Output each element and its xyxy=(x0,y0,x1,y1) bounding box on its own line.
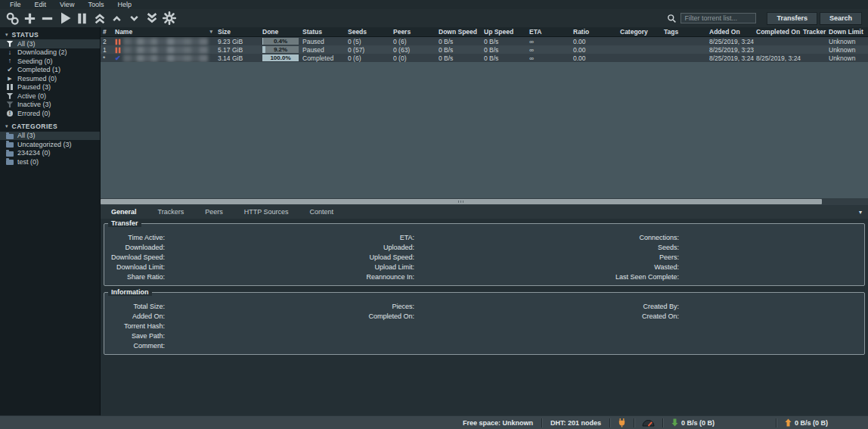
sidebar-status-seeding[interactable]: ↑ Seeding (0) xyxy=(0,57,100,66)
label-downloaded: Downloaded: xyxy=(104,244,165,251)
col-completed-on[interactable]: Completed On xyxy=(754,27,801,36)
col-ratio[interactable]: Ratio xyxy=(571,27,618,36)
alt-speed-limits-button[interactable] xyxy=(634,418,662,427)
categories-section-header[interactable]: ▾ CATEGORIES xyxy=(0,122,100,132)
col-up-speed[interactable]: Up Speed xyxy=(482,27,527,36)
col-seeds[interactable]: Seeds xyxy=(346,27,391,36)
cell-eta: ∞ xyxy=(527,37,571,45)
label-comment: Comment: xyxy=(104,342,165,350)
tab-content[interactable]: Content xyxy=(299,205,345,219)
resume-button[interactable] xyxy=(56,10,73,26)
cell-size: 9.23 GiB xyxy=(215,37,261,45)
tab-search[interactable]: Search xyxy=(820,12,862,25)
torrent-row[interactable]: * ✔ 3.14 GiB 100.0% Completed 0 (6) 0 (0… xyxy=(101,54,868,62)
status-section-header[interactable]: ▾ STATUS xyxy=(0,30,100,39)
pause-icon xyxy=(75,11,89,26)
cell-seeds: 0 (5) xyxy=(346,37,391,45)
gear-icon xyxy=(162,11,177,26)
cell-peers: 0 (63) xyxy=(391,45,436,54)
upload-speed-widget[interactable]: 0 B/s (0 B) xyxy=(777,418,836,427)
horizontal-scrollbar[interactable] xyxy=(101,198,868,205)
torrent-row[interactable]: 1 5.17 GiB 9.2% Paused 0 (57) 0 (63) 0 B… xyxy=(101,45,868,54)
delete-torrent-button[interactable] xyxy=(39,10,56,26)
menu-help[interactable]: Help xyxy=(110,0,138,9)
cell-added-on: 8/25/2019, 3:23... xyxy=(707,45,754,54)
tab-general[interactable]: General xyxy=(101,205,147,219)
sidebar-status-resumed[interactable]: ▶ Resumed (0) xyxy=(0,74,100,83)
cell-category xyxy=(618,45,662,54)
add-torrent-button[interactable] xyxy=(21,10,39,26)
qbittorrent-window: File Edit View Tools Help xyxy=(0,0,868,429)
sidebar-status-errored[interactable]: ! Errored (0) xyxy=(0,109,100,118)
cell-number: * xyxy=(101,54,113,62)
filter-area xyxy=(667,13,756,23)
sidebar-category-234234[interactable]: 234234 (0) xyxy=(0,149,100,158)
move-bottom-button[interactable] xyxy=(143,10,160,26)
download-speed-widget[interactable]: 0 B/s (0 B) xyxy=(663,418,723,427)
cell-peers: 0 (0) xyxy=(391,54,436,62)
sidebar-category-uncategorized[interactable]: Uncategorized (3) xyxy=(0,140,100,149)
tab-http-sources[interactable]: HTTP Sources xyxy=(234,205,299,219)
search-icon xyxy=(667,14,677,23)
col-category[interactable]: Category xyxy=(618,27,662,36)
menu-edit[interactable]: Edit xyxy=(28,0,54,9)
add-torrent-link-button[interactable] xyxy=(4,10,21,26)
col-down-speed[interactable]: Down Speed xyxy=(436,27,482,36)
sidebar-status-inactive[interactable]: Inactive (3) xyxy=(0,101,100,110)
col-added-on[interactable]: Added On xyxy=(707,27,754,36)
col-name[interactable]: Name▾ xyxy=(113,27,215,36)
sidebar-status-all[interactable]: All (3) xyxy=(0,39,100,48)
label-created-by: Created By: xyxy=(414,303,679,310)
sidebar-status-active[interactable]: Active (0) xyxy=(0,92,100,101)
tab-trackers[interactable]: Trackers xyxy=(147,205,195,219)
col-peers[interactable]: Peers xyxy=(391,27,436,36)
sidebar-category-test[interactable]: test (0) xyxy=(0,157,100,166)
connection-status-button[interactable] xyxy=(610,418,634,427)
menu-file[interactable]: File xyxy=(3,0,28,9)
col-size[interactable]: Size xyxy=(215,27,261,36)
torrent-filter-input[interactable] xyxy=(680,13,756,23)
col-status[interactable]: Status xyxy=(300,27,346,36)
sidebar-status-completed[interactable]: ✔ Completed (1) xyxy=(0,66,100,75)
move-down-button[interactable] xyxy=(126,10,143,26)
col-done[interactable]: Done xyxy=(261,27,300,36)
move-top-button[interactable] xyxy=(91,10,108,26)
menu-tools[interactable]: Tools xyxy=(81,0,110,9)
sidebar-status-paused[interactable]: Paused (3) xyxy=(0,83,100,92)
toolbar-right: Transfers Search xyxy=(667,12,868,25)
menu-view[interactable]: View xyxy=(53,0,81,9)
scrollbar-thumb[interactable] xyxy=(101,199,822,204)
information-groupbox: Information Total Size:Pieces:Created By… xyxy=(104,292,865,355)
label-wasted: Wasted: xyxy=(414,263,679,271)
label-last-seen-complete: Last Seen Complete: xyxy=(414,273,679,281)
options-button[interactable] xyxy=(160,10,178,26)
tab-transfers[interactable]: Transfers xyxy=(767,12,817,25)
progress-bar: 0.4% xyxy=(262,38,299,45)
sidebar-status-downloading[interactable]: ↓ Downloading (2) xyxy=(0,48,100,58)
down-arrow-icon: ↓ xyxy=(5,49,14,56)
sort-arrow-icon: ▾ xyxy=(209,29,212,35)
col-tracker[interactable]: Tracker xyxy=(801,27,826,36)
down-arrow-icon xyxy=(671,418,678,427)
funnel-icon xyxy=(7,93,14,99)
paused-state-icon xyxy=(116,39,121,44)
panel-collapse-icon[interactable]: ▾ xyxy=(859,209,862,216)
detail-tabbar: General Trackers Peers HTTP Sources Cont… xyxy=(101,205,868,219)
cell-status: Paused xyxy=(300,45,346,54)
col-down-limit[interactable]: Down Limit xyxy=(826,27,868,36)
move-up-button[interactable] xyxy=(108,10,126,26)
toolbar: Transfers Search xyxy=(0,9,868,27)
cell-ratio: 0.00 xyxy=(571,37,618,45)
main-area: ▾ STATUS All (3) ↓ Downloading (2) ↑ See… xyxy=(0,27,868,415)
tab-peers[interactable]: Peers xyxy=(194,205,234,219)
col-number[interactable]: # xyxy=(101,27,113,36)
label-added-on: Added On: xyxy=(104,312,165,320)
sidebar-category-all[interactable]: All (3) xyxy=(0,132,100,141)
table-header: # Name▾ Size Done Status Seeds Peers Dow… xyxy=(101,27,868,37)
cell-status: Paused xyxy=(300,37,346,45)
col-tags[interactable]: Tags xyxy=(662,27,707,36)
torrent-row[interactable]: 2 9.23 GiB 0.4% Paused 0 (5) 0 (6) 0 B/s… xyxy=(101,37,868,45)
pause-button[interactable] xyxy=(73,10,91,26)
col-eta[interactable]: ETA xyxy=(527,27,571,36)
label-reannounce-in: Reannounce In: xyxy=(165,273,414,281)
